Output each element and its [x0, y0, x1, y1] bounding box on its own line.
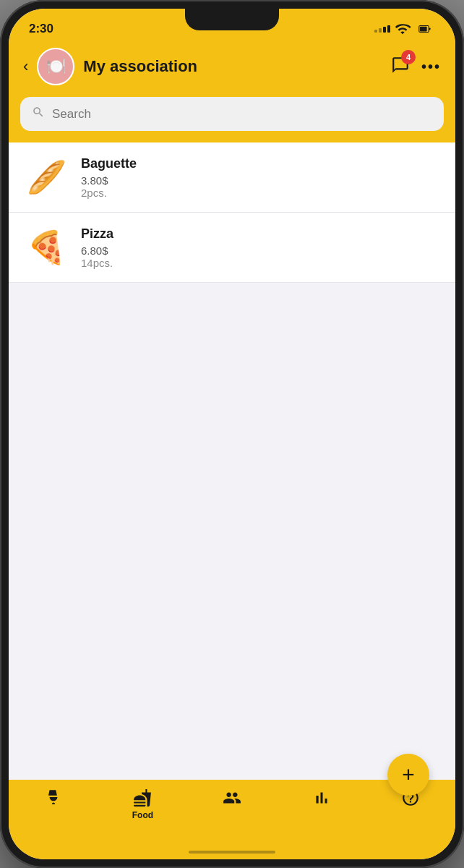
add-fab-button[interactable]: +	[387, 754, 429, 796]
search-input[interactable]	[52, 107, 432, 122]
food-image-pizza: 🍕	[23, 224, 69, 271]
search-container	[9, 97, 455, 142]
food-qty: 2pcs.	[81, 187, 441, 199]
search-bar	[20, 97, 444, 131]
header-actions: 4 •••	[391, 56, 441, 77]
nav-item-food[interactable]: Food	[98, 787, 188, 820]
phone-screen: 2:30 ‹ 🍽️ My association	[9, 9, 455, 859]
food-price: 3.80$	[81, 174, 441, 187]
chat-badge: 4	[401, 50, 416, 64]
drinks-icon	[44, 788, 63, 807]
stats-icon	[312, 788, 331, 807]
food-name: Baguette	[81, 156, 441, 171]
wifi-icon	[395, 21, 411, 37]
nav-item-members[interactable]	[187, 787, 277, 810]
status-icons	[374, 21, 435, 37]
food-info-baguette: Baguette 3.80$ 2pcs.	[81, 156, 441, 199]
nav-item-drinks[interactable]	[9, 787, 98, 810]
content-area: 🥖 Baguette 3.80$ 2pcs. 🍕 Pizza 6.80$ 14p…	[9, 142, 455, 780]
signal-icon	[374, 25, 390, 33]
search-icon	[32, 106, 45, 122]
svg-rect-1	[420, 27, 427, 32]
food-price: 6.80$	[81, 244, 441, 257]
avatar: 🍽️	[37, 48, 74, 85]
list-item[interactable]: 🥖 Baguette 3.80$ 2pcs.	[9, 142, 455, 213]
food-icon	[133, 788, 152, 807]
bottom-nav: Food	[9, 780, 455, 845]
food-name: Pizza	[81, 226, 441, 242]
food-image-baguette: 🥖	[23, 154, 69, 200]
food-qty: 14pcs.	[81, 257, 441, 269]
svg-rect-2	[429, 28, 431, 30]
nav-item-stats[interactable]	[277, 787, 366, 810]
food-list: 🥖 Baguette 3.80$ 2pcs. 🍕 Pizza 6.80$ 14p…	[9, 142, 455, 283]
phone-frame: 2:30 ‹ 🍽️ My association	[0, 0, 464, 868]
chat-button[interactable]: 4	[391, 56, 410, 77]
members-icon	[223, 788, 241, 807]
more-button[interactable]: •••	[421, 59, 441, 75]
notch	[185, 9, 279, 30]
nav-label-food: Food	[132, 810, 153, 820]
home-indicator	[9, 845, 455, 859]
header-title: My association	[83, 57, 382, 76]
food-info-pizza: Pizza 6.80$ 14pcs.	[81, 226, 441, 269]
status-time: 2:30	[29, 22, 53, 36]
header: ‹ 🍽️ My association 4 •••	[9, 41, 455, 97]
back-button[interactable]: ‹	[23, 57, 28, 76]
home-indicator-bar	[189, 851, 275, 854]
list-item[interactable]: 🍕 Pizza 6.80$ 14pcs.	[9, 213, 455, 283]
battery-icon	[415, 22, 435, 35]
